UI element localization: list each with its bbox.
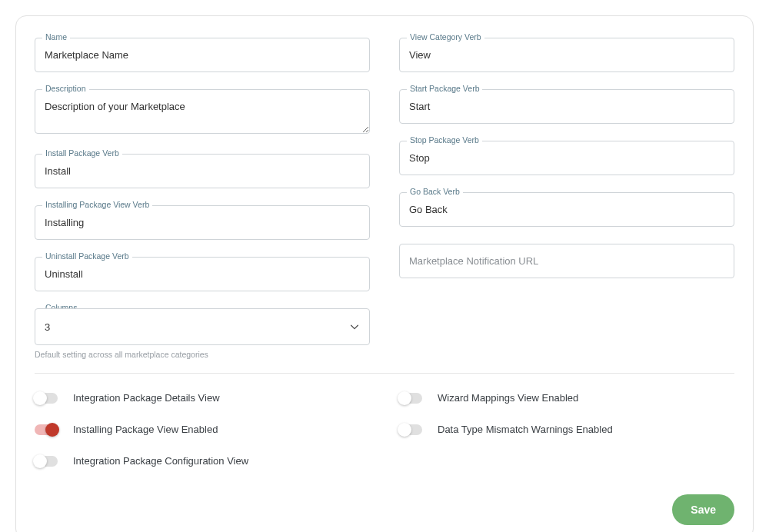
- save-button[interactable]: Save: [672, 494, 734, 525]
- toggle-knob: [45, 423, 59, 437]
- toggle-label-installing-view: Installing Package View Enabled: [73, 424, 218, 435]
- columns-field: Columns 3 Default setting across all mar…: [35, 308, 370, 359]
- stop-package-input[interactable]: [399, 141, 734, 175]
- installing-verb-field: Installing Package View Verb: [35, 205, 370, 240]
- toggle-row-details-view: Integration Package Details View: [35, 392, 370, 404]
- columns-value: 3: [45, 321, 50, 333]
- view-category-field: View Category Verb: [399, 38, 734, 72]
- columns-select[interactable]: 3: [35, 308, 370, 345]
- toggle-wizard-mappings[interactable]: [399, 393, 422, 404]
- install-verb-field: Install Package Verb: [35, 154, 370, 188]
- start-package-field: Start Package Verb: [399, 89, 734, 124]
- right-column: View Category Verb Start Package Verb St…: [399, 38, 734, 364]
- uninstall-verb-input[interactable]: [35, 257, 370, 291]
- toggle-label-type-mismatch: Data Type Mismatch Warnings Enabled: [438, 424, 613, 435]
- toggle-knob: [398, 391, 411, 405]
- toggle-type-mismatch[interactable]: [399, 424, 422, 435]
- toggle-knob: [398, 423, 411, 437]
- description-textarea[interactable]: [35, 89, 370, 134]
- toggle-row-wizard-mappings: Wizard Mappings View Enabled: [399, 392, 734, 404]
- toggle-knob: [33, 391, 47, 405]
- toggle-section: Integration Package Details View Install…: [35, 392, 734, 467]
- toggle-knob: [33, 454, 47, 468]
- toggle-left-column: Integration Package Details View Install…: [35, 392, 370, 467]
- toggle-installing-view[interactable]: [35, 424, 58, 435]
- settings-card: Name Description Install Package Verb In…: [15, 15, 754, 532]
- uninstall-verb-field: Uninstall Package Verb: [35, 257, 370, 291]
- stop-package-field: Stop Package Verb: [399, 141, 734, 175]
- toggle-row-config-view: Integration Package Configuration View: [35, 455, 370, 467]
- action-row: Save: [35, 494, 734, 525]
- toggle-label-config-view: Integration Package Configuration View: [73, 455, 248, 467]
- columns-helper: Default setting across all marketplace c…: [35, 350, 370, 359]
- notification-url-field: [399, 244, 734, 278]
- go-back-input[interactable]: [399, 192, 734, 227]
- view-category-input[interactable]: [399, 38, 734, 72]
- name-field: Name: [35, 38, 370, 72]
- toggle-right-column: Wizard Mappings View Enabled Data Type M…: [399, 392, 734, 467]
- chevron-down-icon: [349, 321, 360, 332]
- toggle-row-type-mismatch: Data Type Mismatch Warnings Enabled: [399, 424, 734, 435]
- go-back-field: Go Back Verb: [399, 192, 734, 227]
- install-verb-input[interactable]: [35, 154, 370, 188]
- toggle-label-details-view: Integration Package Details View: [73, 392, 220, 404]
- toggle-details-view[interactable]: [35, 393, 58, 404]
- toggle-row-installing-view: Installing Package View Enabled: [35, 424, 370, 435]
- installing-verb-input[interactable]: [35, 205, 370, 240]
- toggle-config-view[interactable]: [35, 456, 58, 467]
- notification-url-input[interactable]: [399, 244, 734, 278]
- start-package-input[interactable]: [399, 89, 734, 124]
- form-columns: Name Description Install Package Verb In…: [35, 38, 734, 364]
- section-divider: [35, 373, 734, 374]
- toggle-label-wizard-mappings: Wizard Mappings View Enabled: [438, 392, 578, 404]
- description-field: Description: [35, 89, 370, 137]
- name-input[interactable]: [35, 38, 370, 72]
- left-column: Name Description Install Package Verb In…: [35, 38, 370, 364]
